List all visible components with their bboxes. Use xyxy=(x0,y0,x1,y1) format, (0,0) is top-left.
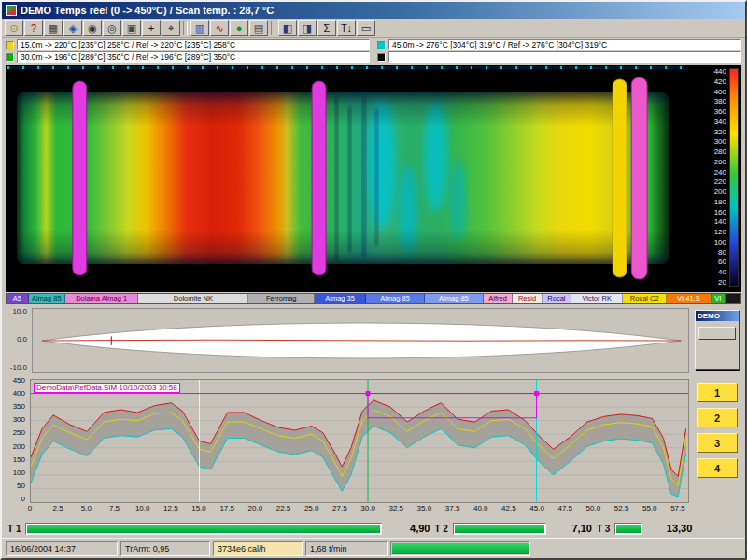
toolbar-button-layout-right-icon[interactable]: ◨ xyxy=(298,20,317,36)
zone-segment[interactable]: Ferromag xyxy=(248,294,315,303)
zone-segment[interactable]: VI xyxy=(712,294,726,303)
probe-readout-4 xyxy=(377,51,741,63)
view-3d-icon: ◈ xyxy=(69,23,77,34)
zone-segment[interactable]: Rocal xyxy=(543,294,571,303)
ovality-chart[interactable] xyxy=(32,308,689,373)
demo-window-title[interactable]: DEMO xyxy=(696,311,739,321)
title-bar[interactable]: DEMO Temps réel (0 -> 450°C) / Scan temp… xyxy=(2,2,745,19)
zone-segment[interactable]: Resid xyxy=(513,294,542,303)
x-tick: 22.5 xyxy=(276,504,291,512)
y-tick: 400 xyxy=(13,390,25,398)
profile-plot-area: DemoData\RefData.SIM 10/10/2003 10:58 02… xyxy=(30,379,689,514)
view-button-4[interactable]: 4 xyxy=(697,458,738,478)
toolbar-button-view-3d-icon[interactable]: ◈ xyxy=(63,20,82,36)
probe-text: 45.0m -> 276°C [304°C] 319°C / Ref -> 27… xyxy=(388,39,741,50)
toolbar-button-eye-off-icon[interactable]: ◎ xyxy=(103,20,121,36)
snapshot-icon: ▣ xyxy=(127,23,136,34)
toolbar-button-grid-icon[interactable]: ▤ xyxy=(249,20,268,36)
scale-label: 40 xyxy=(718,269,726,276)
x-tick: 15.0 xyxy=(191,504,206,512)
tyre-ring-1 xyxy=(73,81,87,275)
toolbar-button-globe-icon[interactable]: ● xyxy=(230,20,248,36)
probe-text: 15.0m -> 220°C [235°C] 258°C / Ref -> 22… xyxy=(17,39,370,50)
toolbar-button-temp-down-icon[interactable]: T↓ xyxy=(337,20,356,36)
toolbar-button-eye-icon[interactable]: ◉ xyxy=(83,20,102,36)
ref-marker xyxy=(534,391,539,396)
toolbar-button-print-icon[interactable]: ▭ xyxy=(357,20,375,36)
t3-bar xyxy=(614,523,642,535)
toolbar-button-histogram-icon[interactable]: ▥ xyxy=(190,20,209,36)
view-button-1[interactable]: 1 xyxy=(697,383,738,402)
probe-color-chip xyxy=(377,53,386,62)
toolbar-separator xyxy=(271,21,275,35)
toolbar-button-help-icon[interactable]: ? xyxy=(24,20,43,36)
toolbar-separator xyxy=(183,21,188,35)
histogram-icon: ▥ xyxy=(195,23,204,34)
gear-ring xyxy=(613,79,627,277)
toolbar-button-layout-left-icon[interactable]: ◧ xyxy=(278,20,297,36)
demo-window-button[interactable] xyxy=(698,327,736,340)
view-button-2[interactable]: 2 xyxy=(697,408,738,427)
zone-segment[interactable]: Almag 85 xyxy=(29,294,65,303)
zone-segment[interactable]: Almag 35 xyxy=(315,294,366,303)
t3-bar-fill xyxy=(616,525,641,533)
x-tick: 27.5 xyxy=(332,504,347,512)
profile-section: 450400350300250200150100500 DemoData\Ref… xyxy=(6,377,741,519)
zone-segment[interactable]: Rocal C2 xyxy=(623,294,667,303)
toolbar-button-snapshot-icon[interactable]: ▣ xyxy=(122,20,141,36)
probe-readouts: 15.0m -> 220°C [235°C] 258°C / Ref -> 22… xyxy=(2,38,745,64)
zone-segment[interactable]: Dolama Almag 1 xyxy=(65,294,139,303)
probe-color-chip xyxy=(377,41,386,49)
toolbar-button-add-icon[interactable]: + xyxy=(142,20,161,36)
ovality-section: 10.00.0-10.0 DEMO xyxy=(6,306,741,375)
scale-label: 440 xyxy=(714,68,726,76)
x-tick: 55.0 xyxy=(642,504,657,512)
zone-segment[interactable]: VI.41.S xyxy=(667,294,711,303)
tyre-ring-3 xyxy=(631,77,647,279)
add-icon: + xyxy=(148,23,154,34)
grid-icon: ▤ xyxy=(254,23,263,34)
toolbar-button-sum-icon[interactable]: Σ xyxy=(317,20,336,36)
probe-readout-1: 15.0m -> 220°C [235°C] 258°C / Ref -> 22… xyxy=(6,39,370,50)
x-tick: 37.5 xyxy=(445,504,460,512)
layout-left-icon: ◧ xyxy=(283,23,292,34)
scale-label: 180 xyxy=(714,199,726,206)
toolbar: ⊙?▦◈◉◎▣+⌖▥∿●▤◧◨ΣT↓▭ xyxy=(2,19,745,38)
target-icon: ⌖ xyxy=(168,23,174,34)
tyre-ring-2 xyxy=(312,81,326,275)
x-tick: 40.0 xyxy=(473,504,488,512)
toolbar-button-trend-icon[interactable]: ∿ xyxy=(210,20,229,36)
x-tick: 52.5 xyxy=(614,504,629,512)
x-tick: 32.5 xyxy=(388,504,403,512)
temperature-profile-chart[interactable] xyxy=(30,379,689,503)
t3-label: T 3 xyxy=(597,524,610,534)
x-tick: 2.5 xyxy=(53,504,63,512)
x-tick: 7.5 xyxy=(109,504,120,512)
x-tick: 30.0 xyxy=(360,504,375,512)
demo-window: DEMO xyxy=(695,310,740,370)
zone-segment[interactable]: Almag 85 xyxy=(425,294,484,303)
zone-segment[interactable]: Victor RK xyxy=(571,294,623,303)
layout-right-icon: ◨ xyxy=(303,23,312,34)
view-button-3[interactable]: 3 xyxy=(697,433,738,453)
zone-segment[interactable]: Almag 85 xyxy=(366,294,425,303)
status-progress-fill xyxy=(392,543,529,554)
toolbar-button-zoom-icon[interactable]: ⊙ xyxy=(5,20,23,36)
scale-label: 100 xyxy=(714,239,726,246)
sum-icon: Σ xyxy=(324,23,331,34)
temperature-colorbar xyxy=(729,68,739,287)
toolbar-button-target-icon[interactable]: ⌖ xyxy=(162,20,180,36)
thermal-display[interactable]: 4404204003803603403203002802602402202001… xyxy=(6,65,741,292)
kiln-thermal-image[interactable] xyxy=(7,70,685,287)
x-tick: 57.5 xyxy=(670,504,685,512)
zone-segment[interactable]: Alfred xyxy=(484,294,513,303)
toolbar-button-palette-icon[interactable]: ▦ xyxy=(44,20,63,36)
y-tick: 350 xyxy=(13,403,25,411)
zone-segment[interactable] xyxy=(726,294,740,303)
zone-segment[interactable]: Dolomite NK xyxy=(138,294,248,303)
x-tick: 45.0 xyxy=(529,504,544,512)
probe-readout-3: 30.0m -> 196°C [289°C] 350°C / Ref -> 19… xyxy=(6,51,370,63)
scale-label: 280 xyxy=(714,148,726,156)
zone-segment[interactable]: A5 xyxy=(7,294,29,303)
scale-label: 220 xyxy=(714,178,726,186)
